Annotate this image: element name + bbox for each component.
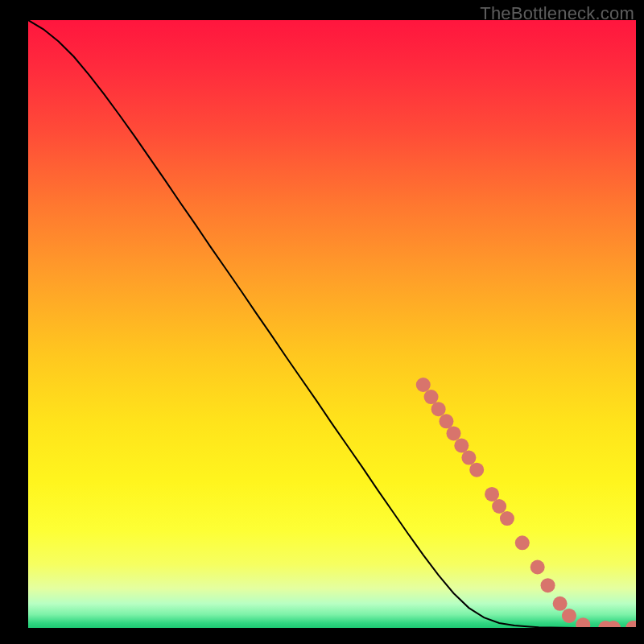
data-marker — [553, 597, 568, 611]
data-marker — [454, 439, 469, 453]
plot-area — [28, 20, 636, 628]
data-marker — [530, 560, 545, 575]
data-marker — [461, 451, 476, 465]
gradient-background — [28, 20, 636, 628]
data-marker — [500, 511, 514, 526]
data-marker — [416, 378, 431, 392]
data-marker — [485, 487, 499, 502]
data-marker — [515, 535, 530, 550]
data-marker — [492, 499, 506, 514]
data-marker — [447, 426, 461, 440]
chart-svg — [28, 20, 636, 628]
data-marker — [541, 578, 555, 592]
data-marker — [424, 390, 439, 404]
data-marker — [439, 414, 453, 428]
data-marker — [562, 609, 576, 623]
chart-frame: TheBottleneck.com — [0, 0, 644, 644]
data-marker — [431, 402, 446, 416]
data-marker — [469, 463, 484, 477]
